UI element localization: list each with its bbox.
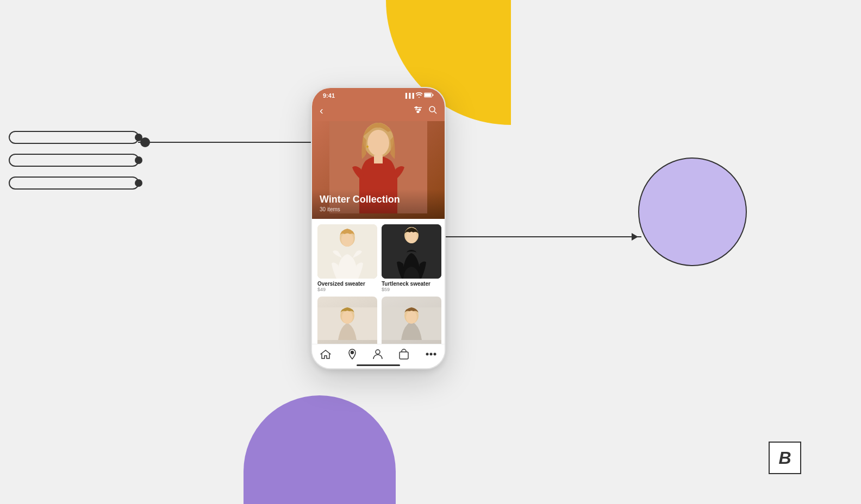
connector-dot: [140, 137, 150, 147]
arrow-line-decoration: [446, 236, 641, 237]
nav-profile-button[interactable]: [373, 349, 383, 360]
product-price-1: $59: [382, 287, 441, 292]
filter-icon[interactable]: [414, 106, 422, 115]
product-card-1[interactable]: Turtleneck sweater $59: [382, 224, 441, 292]
nav-home-button[interactable]: [320, 349, 331, 359]
connecting-line-top: [138, 142, 312, 143]
svg-point-31: [426, 353, 428, 356]
product-card-0[interactable]: Oversized sweater $49: [317, 224, 377, 292]
home-indicator: [357, 364, 400, 366]
status-icons: ▐▐▐: [404, 92, 434, 99]
svg-point-33: [433, 353, 436, 356]
svg-rect-1: [425, 93, 431, 97]
phone-mockup: 9:41 ▐▐▐: [311, 87, 446, 369]
product-image-2: [317, 297, 377, 351]
product-image-0: [317, 224, 377, 279]
svg-point-21: [406, 230, 417, 243]
products-grid: Oversized sweater $49: [317, 224, 439, 351]
svg-point-6: [416, 107, 417, 109]
deco-dot-3: [135, 179, 142, 187]
product-image-3: [382, 297, 441, 351]
header-action-icons: [414, 106, 437, 116]
svg-rect-2: [433, 94, 434, 96]
back-button[interactable]: ‹: [320, 104, 323, 117]
deco-pill-1: [9, 131, 139, 144]
svg-point-9: [429, 106, 435, 112]
hero-text-overlay: Winter Collection 30 items: [312, 189, 445, 219]
deco-row-2: [5, 153, 142, 167]
hero-subtitle: 30 items: [320, 206, 437, 212]
svg-point-8: [417, 111, 419, 113]
background: B 9:41 ▐▐▐: [0, 0, 861, 504]
svg-point-15: [366, 146, 369, 148]
nav-more-button[interactable]: [426, 352, 436, 356]
svg-rect-14: [374, 155, 383, 163]
phone-screen: 9:41 ▐▐▐: [311, 87, 446, 369]
svg-point-29: [376, 350, 380, 354]
product-price-0: $49: [317, 287, 377, 292]
hero-section: Winter Collection 30 items: [312, 121, 445, 219]
deco-pill-2: [9, 154, 139, 167]
product-card-3[interactable]: [382, 297, 441, 351]
search-icon[interactable]: [429, 106, 437, 116]
nav-bag-button[interactable]: [399, 349, 409, 360]
svg-rect-30: [400, 352, 408, 359]
purple-circle-decoration: [638, 158, 747, 266]
phone-header: ‹: [312, 101, 445, 121]
battery-icon: [424, 92, 434, 99]
wifi-icon: [416, 92, 422, 99]
products-section: Oversized sweater $49: [312, 219, 445, 351]
svg-point-27: [406, 311, 417, 324]
deco-dot-2: [135, 156, 142, 164]
status-time: 9:41: [323, 92, 335, 99]
purple-half-circle-decoration: [244, 395, 396, 504]
svg-point-32: [429, 353, 432, 356]
product-image-1: [382, 224, 441, 279]
svg-point-13: [367, 130, 389, 156]
left-decorative-lines: [5, 130, 142, 199]
signal-icon: ▐▐▐: [404, 93, 414, 98]
svg-point-7: [419, 109, 421, 111]
product-name-0: Oversized sweater: [317, 281, 377, 287]
nav-location-button[interactable]: [348, 349, 357, 360]
deco-row-3: [5, 176, 142, 190]
svg-point-18: [341, 232, 353, 247]
product-card-2[interactable]: [317, 297, 377, 351]
deco-pill-3: [9, 177, 139, 190]
svg-point-28: [351, 351, 353, 354]
product-name-1: Turtleneck sweater: [382, 281, 441, 287]
b-logo: B: [769, 442, 801, 474]
hero-title: Winter Collection: [320, 194, 437, 205]
status-bar: 9:41 ▐▐▐: [312, 88, 445, 101]
deco-row-1: [5, 130, 142, 144]
svg-line-10: [434, 111, 436, 114]
svg-point-24: [342, 311, 353, 324]
